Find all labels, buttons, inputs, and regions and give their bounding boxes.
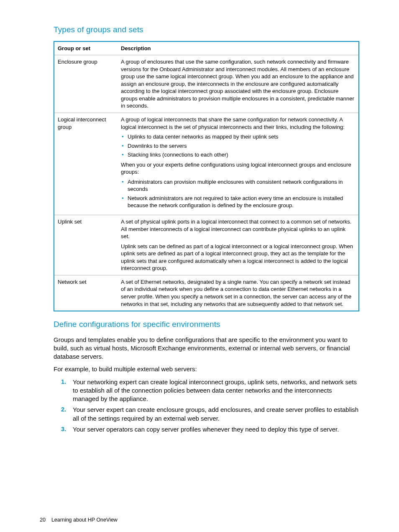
row-description: A group of logical interconnects that sh… [118,113,359,215]
list-item: Your server expert can create enclosure … [61,406,359,423]
table-header-group: Group or set [54,41,118,55]
row-name: Logical interconnect group [54,113,118,215]
heading-types-of-groups: Types of groups and sets [54,24,359,35]
table-row: Uplink set A set of physical uplink port… [54,215,359,275]
numbered-list: Your networking expert can create logica… [61,378,359,434]
row-name: Enclosure group [54,55,118,113]
table-row: Logical interconnect group A group of lo… [54,113,359,215]
heading-define-configurations: Define configurations for specific envir… [54,319,359,330]
page-footer: 20Learning about HP OneView [40,517,118,524]
table-row: Enclosure group A group of enclosures th… [54,55,359,113]
row-name: Uplink set [54,215,118,275]
desc-paragraph: A set of physical uplink ports in a logi… [121,218,355,240]
list-item: Your server operators can copy server pr… [61,425,359,434]
footer-title: Learning about HP OneView [51,517,118,523]
row-description: A set of physical uplink ports in a logi… [118,215,359,275]
bullet-list: Uplinks to data center networks as mappe… [121,133,355,159]
table-header-description: Description [118,41,359,55]
list-item: Administrators can provision multiple en… [121,178,355,193]
row-name: Network set [54,275,118,311]
list-item: Network administrators are not required … [121,195,355,209]
body-paragraph: For example, to build multiple external … [54,365,359,373]
list-item: Stacking links (connections to each othe… [121,151,355,159]
bullet-list: Administrators can provision multiple en… [121,178,355,209]
list-item: Uplinks to data center networks as mappe… [121,133,355,141]
list-item: Downlinks to the servers [121,142,355,150]
desc-paragraph: Uplink sets can be defined as part of a … [121,243,355,272]
list-item: Your networking expert can create logica… [61,378,359,403]
page-number: 20 [40,517,46,524]
desc-paragraph: A set of Ethernet networks, designated b… [121,278,355,308]
desc-paragraph: A group of enclosures that use the same … [121,58,355,110]
row-description: A set of Ethernet networks, designated b… [118,275,359,311]
row-description: A group of enclosures that use the same … [118,55,359,113]
table-row: Network set A set of Ethernet networks, … [54,275,359,311]
desc-paragraph: When you or your experts define configur… [121,161,355,176]
desc-paragraph: A group of logical interconnects that sh… [121,116,355,131]
body-paragraph: Groups and templates enable you to defin… [54,336,359,361]
groups-table: Group or set Description Enclosure group… [54,41,359,311]
